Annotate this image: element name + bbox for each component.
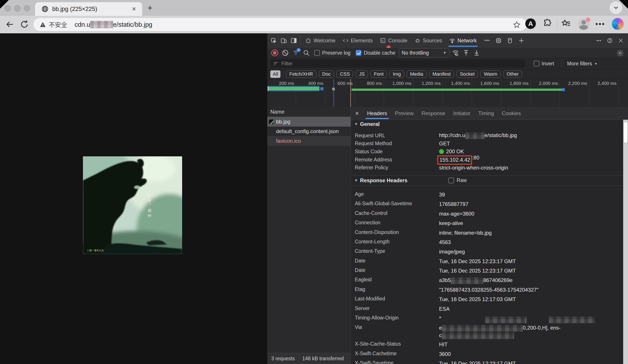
- dock-icon[interactable]: [289, 36, 299, 46]
- filter-input[interactable]: Filter: [270, 60, 525, 68]
- detail-tab-response[interactable]: Response: [418, 107, 449, 120]
- window-close-button[interactable]: [4, 5, 11, 12]
- chip-font[interactable]: Font: [371, 70, 387, 78]
- detail-tab-preview[interactable]: Preview: [391, 107, 418, 120]
- detail-tab-timing[interactable]: Timing: [474, 107, 498, 120]
- throttling-dropdown[interactable]: No throttling ▼: [399, 48, 449, 58]
- disable-cache-checkbox[interactable]: Disable cache: [356, 50, 395, 56]
- profile-button[interactable]: [578, 18, 589, 30]
- network-conditions-button[interactable]: [451, 49, 460, 57]
- devtools-tab-sources[interactable]: Sources: [411, 33, 446, 48]
- export-har-button[interactable]: [472, 49, 481, 57]
- detail-scrollbar[interactable]: [623, 120, 628, 364]
- devtools-more-icon[interactable]: [594, 36, 604, 46]
- header-row: Referrer Policy strict-origin-when-cross…: [351, 164, 623, 172]
- back-button[interactable]: [5, 19, 15, 29]
- name-column-header[interactable]: Name: [267, 107, 351, 117]
- chip-js[interactable]: JS: [356, 70, 368, 78]
- close-detail-icon[interactable]: ×: [351, 110, 363, 117]
- chip-other[interactable]: Other: [503, 70, 522, 78]
- header-row: Date Tue, 16 Dec 2025 12:23:17 GMT: [351, 256, 623, 265]
- reload-button[interactable]: [19, 19, 29, 29]
- timeline-gridline: [501, 79, 501, 107]
- address-bar[interactable]: 不安全 cdn.ue/static/bb.jpg: [33, 18, 527, 31]
- window-zoom-button[interactable]: [24, 5, 30, 12]
- devtools-close-icon[interactable]: [616, 36, 626, 46]
- more-filters-arrow-icon: ▼: [594, 62, 598, 65]
- collapse-toolbar-button[interactable]: [610, 1, 622, 14]
- chip-fetchxhr[interactable]: Fetch/XHR: [286, 70, 316, 78]
- waterfall-cap: [562, 88, 565, 91]
- devtools-tab-console[interactable]: xConsole: [376, 33, 411, 48]
- inspect-icon[interactable]: [269, 36, 279, 46]
- plus-icon[interactable]: [516, 36, 526, 46]
- extension-a-button[interactable]: A: [525, 18, 536, 29]
- chip-doc[interactable]: Doc: [319, 70, 334, 78]
- network-overview-timeline[interactable]: 200 ms 400 ms 600 ms 800 ms 1,000 ms 1,2…: [267, 79, 628, 107]
- device-icon[interactable]: [279, 36, 289, 46]
- raw-toggle[interactable]: Raw: [448, 178, 467, 183]
- chip-css[interactable]: CSS: [337, 70, 353, 78]
- home-icon: [305, 38, 311, 44]
- chip-socket[interactable]: Socket: [457, 70, 478, 78]
- header-row: Eagleid a3b5867406269e: [351, 275, 623, 284]
- tab-close-icon[interactable]: ×: [132, 5, 136, 13]
- new-tab-button[interactable]: +: [148, 3, 153, 13]
- request-row[interactable]: default_config.content.json: [267, 126, 351, 136]
- devtools-tab-network[interactable]: Network: [446, 33, 480, 48]
- chip-wasm[interactable]: Wasm: [480, 70, 501, 78]
- timeline-gridline: [618, 79, 619, 107]
- window-minimize-button[interactable]: [14, 5, 21, 12]
- more-filters-button[interactable]: More filters ▼: [567, 61, 598, 67]
- chip-all[interactable]: All: [270, 70, 280, 78]
- request-row[interactable]: favicon.ico: [267, 136, 351, 146]
- filter-toggle-button[interactable]: ×: [291, 49, 300, 57]
- favorites-bar-icon[interactable]: [561, 18, 571, 29]
- tab-strip: bb.jpg (225×225) × +: [0, 0, 628, 16]
- url-text: cdn.ue/static/bb.jpg: [75, 21, 152, 28]
- record-button[interactable]: [270, 49, 279, 57]
- extensions-puzzle-icon[interactable]: [543, 18, 553, 29]
- clear-button[interactable]: [281, 49, 290, 57]
- invert-checkbox[interactable]: Invert: [534, 61, 554, 67]
- request-detail-panel: × HeadersPreviewResponseInitiatorTimingC…: [351, 107, 628, 364]
- network-body: Name bb.jpgdefault_config.content.jsonfa…: [267, 107, 628, 364]
- detail-tab-cookies[interactable]: Cookies: [498, 107, 525, 120]
- application-icon[interactable]: [505, 36, 515, 46]
- timeline-gridline: [442, 79, 443, 107]
- chip-media[interactable]: Media: [407, 70, 427, 78]
- timeline-gridline: [384, 79, 384, 107]
- import-har-button[interactable]: [462, 49, 471, 57]
- chip-manifest[interactable]: Manifest: [429, 70, 454, 78]
- more-menu-button[interactable]: •••: [595, 20, 605, 28]
- preserve-log-box[interactable]: [314, 50, 320, 56]
- search-button[interactable]: [302, 49, 311, 57]
- copilot-button[interactable]: [612, 18, 624, 30]
- disable-cache-box[interactable]: [356, 50, 361, 56]
- waterfall-bar[interactable]: [352, 89, 562, 91]
- detail-tab-headers[interactable]: Headers: [363, 107, 391, 120]
- general-section-header[interactable]: ▼ General: [351, 120, 623, 128]
- browser-tab[interactable]: bb.jpg (225×225) ×: [35, 2, 142, 16]
- profile-notification-dot: [586, 17, 590, 22]
- preserve-log-checkbox[interactable]: Preserve log: [314, 50, 350, 56]
- devtools-tab-welcome[interactable]: Welcome: [302, 33, 339, 48]
- timeline-gridline: [589, 79, 589, 107]
- header-row: Status Code 200 OK: [351, 148, 623, 156]
- chip-img[interactable]: Img: [390, 70, 404, 78]
- devtools-help-icon[interactable]: [605, 36, 615, 46]
- response-headers-section-header[interactable]: ▼ Response Headers Raw: [351, 176, 623, 185]
- scrollbar-thumb[interactable]: [624, 122, 627, 143]
- detail-tab-initiator[interactable]: Initiator: [449, 107, 474, 120]
- settings-gear-icon[interactable]: [615, 48, 625, 58]
- request-row[interactable]: bb.jpg: [267, 117, 351, 126]
- performance-icon[interactable]: [482, 36, 492, 46]
- waterfall-bar[interactable]: [268, 86, 319, 91]
- memory-icon[interactable]: [493, 36, 504, 46]
- request-list-panel: Name bb.jpgdefault_config.content.jsonfa…: [267, 107, 351, 364]
- filter-x-badge: ×: [297, 48, 301, 52]
- devtools-tab-elements[interactable]: Elements: [339, 33, 376, 48]
- header-row: Date Tue, 16 Dec 2025 12:23:17 GMT: [351, 265, 623, 275]
- header-row: Content-Disposition inline; filename=bb.…: [351, 227, 623, 237]
- bookmark-star-icon[interactable]: [513, 21, 521, 29]
